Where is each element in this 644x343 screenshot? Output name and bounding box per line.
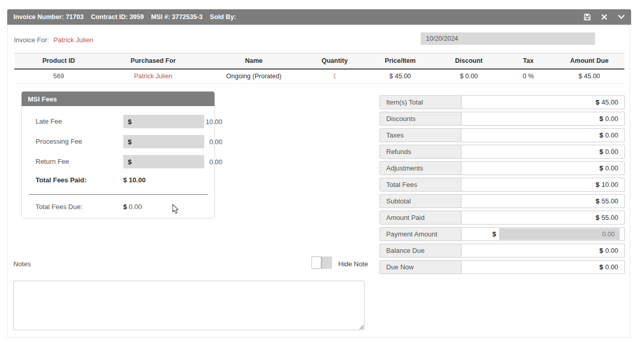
processing-fee-label: Processing Fee (36, 138, 82, 145)
currency-symbol: $ (596, 197, 599, 205)
invoice-summary: Item(s) Total $45.00 Discounts $0.00 Tax… (379, 95, 625, 277)
summary-label: Item(s) Total (380, 96, 461, 109)
invoice-items-table: Product ID Purchased For Name Quantity P… (14, 53, 624, 84)
summary-label: Subtotal (380, 195, 461, 208)
summary-value: 55.00 (601, 197, 618, 205)
cell-name: Ongoing (Prorated) (204, 69, 304, 84)
summary-row-subtotal: Subtotal $55.00 (379, 194, 625, 208)
summary-value: 0.00 (605, 263, 618, 271)
processing-fee-row: Processing Fee $ (22, 135, 214, 148)
summary-value: 0.00 (605, 131, 618, 139)
items-table-row: 569 Patrick Julien Ongoing (Prorated) 1 … (14, 69, 624, 84)
items-table-header-row: Product ID Purchased For Name Quantity P… (14, 54, 624, 69)
invoice-number: Invoice Number: 71703 (13, 13, 84, 21)
summary-row-balance-due: Balance Due $0.00 (379, 244, 625, 258)
currency-symbol: $ (599, 115, 603, 123)
total-fees-due-label: Total Fees Due: (36, 203, 82, 211)
col-discount: Discount (435, 54, 502, 69)
currency-symbol: $ (599, 148, 603, 156)
currency-symbol: $ (123, 118, 131, 126)
sold-by-label: Sold By: (210, 13, 236, 21)
summary-row-total-fees: Total Fees $10.00 (379, 178, 625, 192)
summary-row-discounts: Discounts $0.00 (379, 112, 625, 126)
summary-row-taxes: Taxes $0.00 (379, 128, 625, 142)
late-fee-label: Late Fee (36, 117, 62, 125)
notes-label: Notes (13, 260, 31, 268)
currency-symbol: $ (123, 203, 127, 211)
currency-symbol: $ (123, 138, 131, 146)
col-price-item: Price/Item (365, 54, 435, 69)
summary-value: 55.00 (601, 214, 618, 221)
summary-label: Refunds (380, 145, 461, 158)
summary-value: 0.00 (605, 115, 618, 123)
msi-number: MSI #: 3772535-3 (151, 13, 203, 21)
summary-label: Total Fees (380, 178, 461, 191)
col-product-id: Product ID (14, 54, 103, 69)
cell-discount: $ 0.00 (435, 69, 502, 84)
summary-value: 0.00 (605, 247, 618, 254)
total-fees-paid-row: Total Fees Paid: $ 10.00 (36, 176, 87, 184)
cell-quantity: 1 (304, 69, 365, 84)
summary-label: Due Now (380, 261, 461, 273)
summary-value: 10.00 (601, 181, 618, 188)
chevron-down-icon[interactable] (617, 13, 625, 21)
summary-label: Amount Paid (380, 211, 461, 224)
close-icon[interactable] (600, 13, 608, 21)
summary-row-payment-amount: Payment Amount $ (379, 227, 625, 241)
processing-fee-field: $ (123, 135, 204, 148)
col-purchased-for: Purchased For (103, 54, 204, 69)
summary-row-adjustments: Adjustments $0.00 (379, 161, 625, 175)
cell-purchased-for-link[interactable]: Patrick Julien (103, 69, 204, 84)
late-fee-row: Late Fee $ (22, 115, 214, 128)
processing-fee-input[interactable] (131, 138, 227, 146)
msi-fees-panel: MSI Fees Late Fee $ Processing Fee $ Ret… (21, 91, 215, 218)
summary-label: Payment Amount (380, 228, 461, 241)
return-fee-label: Return Fee (36, 158, 69, 165)
contract-id: Contract ID: 3959 (91, 13, 144, 21)
col-amount-due: Amount Due (554, 54, 624, 69)
currency-symbol: $ (599, 164, 603, 172)
invoice-title-bar: Invoice Number: 71703 Contract ID: 3959 … (7, 9, 631, 25)
cell-tax: 0 % (502, 69, 554, 84)
invoice-for-person-link[interactable]: Patrick Julien (54, 36, 93, 44)
summary-value: 0.00 (605, 164, 618, 172)
invoice-for-row: Invoice For: Patrick Julien (14, 36, 93, 44)
currency-symbol: $ (599, 263, 603, 271)
msi-fees-title: MSI Fees (22, 92, 214, 106)
currency-symbol: $ (492, 230, 496, 238)
hide-note-toggle[interactable] (311, 256, 332, 269)
summary-label: Discounts (380, 112, 461, 125)
return-fee-field: $ (123, 155, 204, 168)
currency-symbol: $ (599, 131, 603, 139)
cell-amount-due: $ 45.00 (554, 69, 624, 84)
col-quantity: Quantity (304, 54, 365, 69)
toggle-knob (311, 256, 321, 269)
summary-label: Balance Due (380, 244, 461, 257)
summary-value: 0.00 (605, 148, 618, 156)
summary-row-items-total: Item(s) Total $45.00 (379, 95, 625, 109)
notes-textarea[interactable] (13, 281, 365, 330)
payment-amount-input[interactable] (499, 228, 620, 240)
return-fee-input[interactable] (131, 158, 227, 166)
currency-symbol: $ (596, 181, 599, 188)
summary-row-amount-paid: Amount Paid $55.00 (379, 211, 625, 225)
summary-row-due-now: Due Now $0.00 (379, 260, 625, 274)
msi-divider (29, 194, 208, 195)
cell-product-id: 569 (14, 69, 103, 84)
currency-symbol: $ (596, 214, 599, 221)
total-fees-paid-label: Total Fees Paid: (36, 176, 87, 184)
late-fee-field: $ (123, 115, 204, 128)
return-fee-row: Return Fee $ (22, 155, 214, 168)
hide-note-label: Hide Note (338, 260, 368, 268)
invoice-panel: Invoice Number: 71703 Contract ID: 3959 … (7, 9, 630, 338)
invoice-date-input[interactable] (421, 32, 595, 45)
cell-price-item: $ 45.00 (365, 69, 435, 84)
save-icon[interactable] (583, 13, 591, 21)
summary-label: Taxes (380, 129, 461, 142)
late-fee-input[interactable] (131, 118, 227, 126)
currency-symbol: $ (123, 158, 131, 166)
total-fees-paid-value: $ 10.00 (123, 176, 145, 184)
summary-value: 45.00 (601, 98, 618, 106)
currency-symbol: $ (596, 98, 599, 106)
currency-symbol: $ (599, 247, 603, 254)
